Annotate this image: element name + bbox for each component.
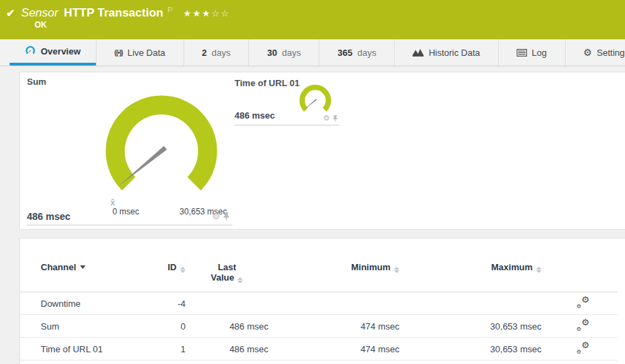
status-ok-check-icon: ✔ (6, 7, 15, 19)
sort-desc-icon (80, 265, 86, 269)
column-header-maximum[interactable]: Maximum (406, 262, 548, 292)
cell-maximum: 30,653 msec (406, 315, 548, 338)
cell-id: -4 (166, 292, 186, 315)
tab-label: Live Data (128, 48, 166, 58)
flag-icon[interactable]: ⚐ (167, 6, 174, 14)
column-label: Channel (41, 262, 76, 272)
status-badge: OK (34, 20, 47, 30)
cell-channel: Time of URL 01 (20, 338, 166, 361)
column-header-minimum[interactable]: Minimum (275, 262, 406, 292)
sensor-type-label: Sensor (21, 6, 59, 20)
tab-label-number: 30 (267, 48, 277, 58)
column-header-id[interactable]: ID (166, 262, 186, 292)
channels-panel: Channel ID Last Value Minimum Maximum (19, 238, 625, 364)
column-label: Maximum (491, 262, 533, 272)
cell-last-value: 486 msec (186, 338, 275, 361)
gear-icon: ⚙ (577, 303, 582, 310)
page-title: HTTP Transaction (63, 6, 163, 20)
gauge-value-row: 486 msec ⚙ (27, 208, 232, 225)
tab-live-data[interactable]: ((•)) Live Data (96, 39, 183, 65)
tab-label: Log (532, 48, 547, 58)
tab-label-suffix: days (357, 48, 376, 58)
average-marker: x̄ (110, 197, 115, 208)
gear-icon: ⚙ (584, 47, 593, 58)
column-header-actions (548, 262, 617, 292)
gauge-widget-sum: Sum x̄ 0 msec 30,653 msec 486 msec ⚙ (27, 77, 232, 225)
cell-minimum: 474 msec (275, 338, 406, 361)
gear-icon: ⚙ (582, 317, 590, 327)
gear-icon: ⚙ (582, 340, 590, 350)
gear-icon: ⚙ (582, 294, 590, 305)
column-label: Value (211, 272, 235, 283)
cell-id: 0 (166, 315, 186, 338)
column-header-channel[interactable]: Channel (20, 262, 166, 292)
tab-label: Overview (41, 46, 81, 57)
gear-icon: ⚙ (577, 326, 582, 332)
sensor-title-row: ✔ Sensor HTTP Transaction ⚐ ★★★☆☆ (0, 0, 625, 20)
column-label: Last (186, 262, 268, 272)
tab-2-days[interactable]: 2 days (183, 39, 249, 65)
cell-channel: Downtime (20, 292, 166, 315)
cell-id: 1 (166, 338, 186, 361)
tab-label: Settings (597, 48, 625, 58)
pin-icon[interactable] (223, 212, 230, 221)
gear-icon: ⚙ (577, 349, 582, 355)
column-header-last-value[interactable]: Last Value (186, 262, 275, 292)
tab-365-days[interactable]: 365 days (319, 39, 394, 65)
live-data-icon: ((•)) (115, 49, 123, 57)
gear-icon[interactable]: ⚙ (212, 211, 220, 221)
column-label: Minimum (351, 262, 390, 272)
gauge-icon (25, 46, 36, 57)
tab-bar: Overview ((•)) Live Data 2 days 30 days … (0, 39, 625, 66)
cell-maximum (406, 292, 548, 315)
table-row-downtime[interactable]: Downtime -4 ⚙ ⚙ (20, 292, 617, 315)
gauge-current-value: 486 msec (27, 211, 70, 222)
sort-icon (180, 267, 186, 273)
channel-settings-icon[interactable]: ⚙ ⚙ (577, 342, 590, 354)
tab-label-suffix: days (282, 48, 301, 58)
cell-maximum: 30,653 msec (406, 338, 548, 361)
gauge-title: Sum (27, 77, 232, 87)
sort-icon (237, 277, 243, 283)
tab-historic-data[interactable]: Historic Data (394, 39, 497, 65)
content-area: Sum x̄ 0 msec 30,653 msec 486 msec ⚙ (0, 66, 625, 364)
tab-30-days[interactable]: 30 days (248, 39, 319, 65)
cell-minimum (275, 292, 406, 315)
cell-last-value: 486 msec (186, 315, 275, 338)
tab-overview[interactable]: Overview (10, 39, 96, 65)
channel-settings-icon[interactable]: ⚙ ⚙ (577, 296, 590, 308)
channels-table: Channel ID Last Value Minimum Maximum (20, 262, 617, 361)
table-row-sum[interactable]: Sum 0 486 msec 474 msec 30,653 msec ⚙ ⚙ (20, 315, 617, 338)
pin-icon[interactable] (333, 115, 338, 122)
column-label: ID (168, 262, 177, 272)
table-header-row: Channel ID Last Value Minimum Maximum (20, 262, 617, 292)
tab-label-suffix: days (212, 48, 230, 58)
tab-label-number: 365 (337, 48, 353, 58)
sum-gauge: x̄ (96, 89, 227, 220)
gauge-current-value: 486 msec (235, 110, 275, 121)
sensor-header: ✔ Sensor HTTP Transaction ⚐ ★★★☆☆ OK (0, 0, 625, 39)
cell-last-value (186, 292, 275, 315)
channel-settings-icon[interactable]: ⚙ ⚙ (577, 319, 590, 331)
sort-icon (536, 267, 542, 273)
tab-label-number: 2 (202, 48, 207, 58)
gauge-widget-time-of-url-01: Time of URL 01 486 msec ⚙ (235, 78, 339, 125)
gauges-panel: Sum x̄ 0 msec 30,653 msec 486 msec ⚙ (19, 72, 625, 230)
gauge-widget-actions: ⚙ (212, 211, 232, 221)
historic-chart-icon (413, 48, 424, 57)
tab-label: Historic Data (428, 48, 479, 58)
gauge-widget-actions: ⚙ (323, 114, 338, 123)
priority-stars[interactable]: ★★★☆☆ (183, 8, 230, 19)
log-list-icon (517, 49, 527, 57)
tab-log[interactable]: Log (498, 39, 565, 65)
gear-icon[interactable]: ⚙ (323, 114, 330, 123)
cell-minimum: 474 msec (275, 315, 406, 338)
table-row-time-of-url-01[interactable]: Time of URL 01 1 486 msec 474 msec 30,65… (20, 338, 617, 361)
tab-settings[interactable]: ⚙ Settings (565, 39, 625, 65)
mini-gauge-body: 486 msec ⚙ (235, 94, 339, 125)
cell-channel: Sum (20, 315, 166, 338)
sort-icon (394, 267, 399, 273)
